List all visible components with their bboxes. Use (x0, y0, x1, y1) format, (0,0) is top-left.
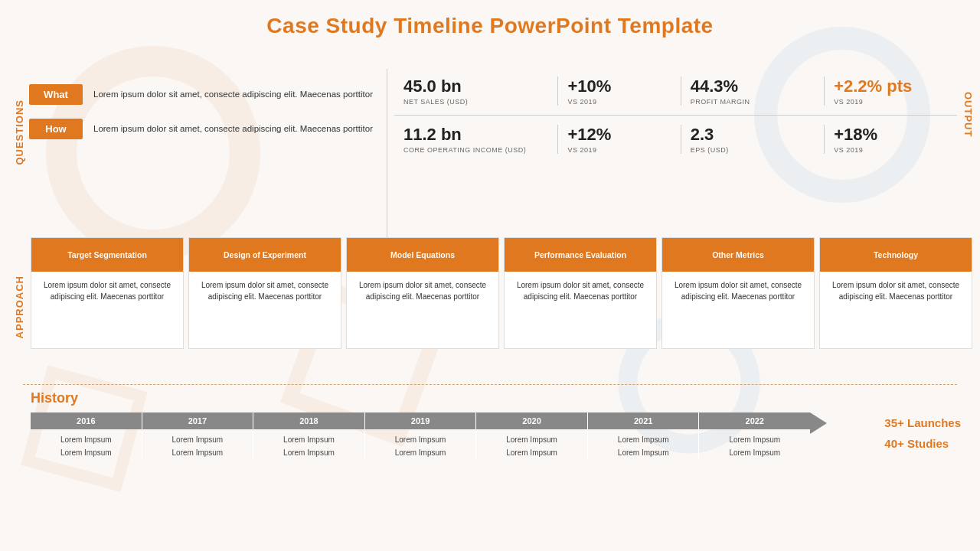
card-5-body: Lorem ipsum dolor sit amet, consecte adi… (820, 272, 972, 348)
question-row-what: What Lorem ipsum dolor sit amet, consect… (29, 84, 381, 105)
history-title: History (31, 390, 965, 406)
year-2019-label: 2019 (365, 412, 476, 429)
page-title: Case Study Timeline PowerPoint Template (0, 0, 980, 46)
card-3-header: Performance Evaluation (505, 238, 656, 272)
card-1-header: Design of Experiment (189, 238, 341, 272)
year-2022-label: 2022 (699, 412, 810, 429)
approach-card-4: Other Metrics Lorem ipsum dolor sit amet… (662, 237, 815, 349)
pts-value: +2.2% pts (834, 77, 948, 96)
eps-value: 2.3 (691, 125, 815, 145)
18pct-value: +18% (834, 125, 948, 145)
how-badge: How (29, 119, 83, 139)
card-0-body: Lorem ipsum dolor sit amet, consecte adi… (31, 272, 183, 348)
approach-card-2: Model Equations Lorem ipsum dolor sit am… (346, 237, 499, 349)
vs2019-2-value: +12% (567, 125, 671, 145)
questions-side-label: Questions (14, 99, 25, 165)
question-row-how: How Lorem ipsum dolor sit amet, consecte… (29, 119, 381, 139)
how-text: Lorem ipsum dolor sit amet, consecte adi… (93, 122, 373, 135)
net-sales-label: NET SALES (USD) (403, 98, 548, 106)
profit-margin-value: 44.3% (691, 77, 815, 96)
questions-section: What Lorem ipsum dolor sit amet, consect… (29, 84, 381, 153)
year-2019: 2019 Lorem Impsum Lorem Impsum (365, 412, 477, 459)
card-1-body: Lorem ipsum dolor sit amet, consecte adi… (189, 272, 341, 348)
metric-profit-margin: 44.3% PROFIT MARGIN (681, 77, 825, 106)
year-2016-data: Lorem Impsum Lorem Impsum (31, 429, 142, 459)
card-5-header: Technology (820, 238, 972, 272)
approach-card-1: Design of Experiment Lorem ipsum dolor s… (188, 237, 341, 349)
core-op-value: 11.2 bn (403, 125, 548, 145)
approach-card-0: Target Segmentation Lorem ipsum dolor si… (31, 237, 184, 349)
net-sales-value: 45.0 bn (403, 77, 548, 96)
year-2019-data: Lorem Impsum Lorem Impsum (365, 429, 476, 459)
section-divider (23, 384, 957, 385)
approach-cards-container: Target Segmentation Lorem ipsum dolor si… (31, 237, 972, 349)
card-4-header: Other Metrics (662, 238, 814, 272)
metrics-row-1: 45.0 bn NET SALES (USD) +10% Vs 2019 44.… (394, 77, 957, 116)
vs2019-1-label: Vs 2019 (567, 98, 671, 106)
history-section: History 2016 Lorem Impsum Lorem Impsum (0, 390, 980, 459)
timeline-stats: 35+ Launches 40+ Studies (884, 412, 961, 454)
stat-launches: 35+ Launches (884, 412, 961, 433)
what-text: Lorem ipsum dolor sit amet, consecte adi… (93, 88, 373, 101)
year-2017: 2017 Lorem Impsum Lorem Impsum (142, 412, 254, 459)
timeline-container: 2016 Lorem Impsum Lorem Impsum 2017 Lore… (31, 412, 827, 459)
metric-vs2019-1: +10% Vs 2019 (558, 77, 681, 106)
metric-core-op: 11.2 bn CORE OPERATING INCOME (USD) (394, 125, 558, 154)
profit-margin-label: PROFIT MARGIN (691, 98, 815, 106)
card-4-body: Lorem ipsum dolor sit amet, consecte adi… (662, 272, 814, 348)
eps-label: EPS (USD) (691, 146, 815, 154)
timeline-years: 2016 Lorem Impsum Lorem Impsum 2017 Lore… (31, 412, 810, 459)
metric-pts: +2.2% pts Vs 2019 (825, 77, 957, 106)
card-2-header: Model Equations (347, 238, 498, 272)
metric-eps: 2.3 EPS (USD) (681, 125, 825, 154)
approach-section: Target Segmentation Lorem ipsum dolor si… (31, 237, 972, 379)
stat-studies: 40+ Studies (884, 433, 961, 454)
approach-card-5: Technology Lorem ipsum dolor sit amet, c… (819, 237, 972, 349)
approach-side-label: Approach (14, 276, 25, 338)
year-2016-label: 2016 (31, 412, 142, 429)
year-2022-data: Lorem Impsum Lorem Impsum (699, 429, 810, 459)
card-3-body: Lorem ipsum dolor sit amet, consecte adi… (505, 272, 656, 348)
timeline-arrow (810, 412, 827, 434)
core-op-label: CORE OPERATING INCOME (USD) (403, 146, 548, 154)
metric-vs2019-2: +12% Vs 2019 (558, 125, 681, 154)
pts-label: Vs 2019 (834, 98, 948, 106)
year-2018-data: Lorem Impsum Lorem Impsum (253, 429, 364, 459)
year-2018-label: 2018 (253, 412, 364, 429)
metric-net-sales: 45.0 bn NET SALES (USD) (394, 77, 558, 106)
metrics-row-2: 11.2 bn CORE OPERATING INCOME (USD) +12%… (394, 125, 957, 154)
vs2019-1-value: +10% (567, 77, 671, 96)
year-2022: 2022 Lorem Impsum Lorem Impsum (699, 412, 810, 459)
vs2019-2-label: Vs 2019 (567, 146, 671, 154)
output-section: 45.0 bn NET SALES (USD) +10% Vs 2019 44.… (394, 77, 957, 154)
year-2017-data: Lorem Impsum Lorem Impsum (142, 429, 253, 459)
18pct-label: Vs 2019 (834, 146, 948, 154)
card-2-body: Lorem ipsum dolor sit amet, consecte adi… (347, 272, 498, 348)
approach-card-3: Performance Evaluation Lorem ipsum dolor… (504, 237, 657, 349)
output-side-label: Output (962, 92, 974, 137)
year-2020-data: Lorem Impsum Lorem Impsum (476, 429, 587, 459)
year-2016: 2016 Lorem Impsum Lorem Impsum (31, 412, 142, 459)
year-2021-data: Lorem Impsum Lorem Impsum (588, 429, 699, 459)
year-2021-label: 2021 (588, 412, 699, 429)
year-2021: 2021 Lorem Impsum Lorem Impsum (588, 412, 700, 459)
metric-18pct: +18% Vs 2019 (825, 125, 957, 154)
year-2020: 2020 Lorem Impsum Lorem Impsum (476, 412, 588, 459)
card-0-header: Target Segmentation (31, 238, 183, 272)
timeline-bar: 2016 Lorem Impsum Lorem Impsum 2017 Lore… (31, 412, 827, 459)
year-2017-label: 2017 (142, 412, 253, 429)
what-badge: What (29, 84, 83, 105)
year-2018: 2018 Lorem Impsum Lorem Impsum (253, 412, 365, 459)
year-2020-label: 2020 (476, 412, 587, 429)
